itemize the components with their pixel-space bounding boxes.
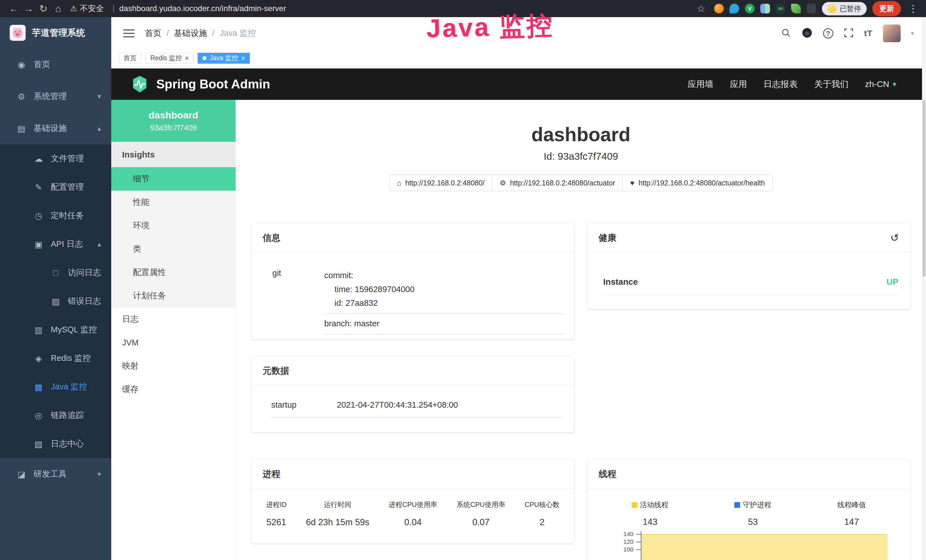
- sba-nav-journal[interactable]: 日志报表: [763, 79, 798, 90]
- sba-nav-applications[interactable]: 应用: [730, 79, 747, 90]
- instance-nav-caches[interactable]: 缓存: [111, 378, 236, 401]
- browser-back-button[interactable]: ←: [6, 0, 21, 17]
- legend-value: 143: [632, 517, 669, 527]
- extension-drop-icon[interactable]: [729, 4, 739, 14]
- tag-java-monitor[interactable]: Java 监控 ×: [198, 53, 250, 64]
- tools-icon: ◪: [15, 469, 28, 479]
- close-icon[interactable]: ×: [241, 55, 245, 62]
- instance-nav-jvm[interactable]: JVM: [111, 331, 236, 354]
- address-separator: |: [112, 3, 115, 13]
- sba-nav-about[interactable]: 关于我们: [814, 79, 849, 90]
- health-url-button[interactable]: ♥ http://192.168.0.2:48080/actuator/heal…: [623, 175, 773, 191]
- tag-redis-monitor[interactable]: Redis 监控 ×: [145, 53, 194, 64]
- process-col-pid: 进程ID 5261: [266, 500, 287, 527]
- instance-nav-metrics[interactable]: 性能: [111, 191, 236, 214]
- paused-badge[interactable]: 已暂停: [822, 2, 867, 15]
- instance-nav-details[interactable]: 细节: [111, 167, 236, 191]
- security-label[interactable]: 不安全: [80, 3, 104, 14]
- active-threads-area: [642, 534, 888, 560]
- instance-nav-config-props[interactable]: 配置属性: [111, 261, 236, 284]
- sidebar-item-infrastructure[interactable]: ▤ 基础设施 ▴: [0, 112, 111, 144]
- metadata-card-body: startup 2021-04-27T00:44:31.254+08:00: [251, 385, 574, 417]
- sidebar-item-file-management[interactable]: ☁ 文件管理: [0, 144, 111, 173]
- git-commit-label: commit:: [324, 268, 563, 282]
- sidebar-item-home[interactable]: ◉ 首页: [0, 48, 111, 80]
- sidebar-item-dev-tools[interactable]: ◪ 研发工具 ▾: [0, 458, 111, 490]
- instance-header[interactable]: dashboard 93a3fc7f7409: [111, 100, 236, 142]
- metadata-card: 元数据 startup 2021-04-27T00:44:31.254+08:0…: [251, 356, 574, 433]
- instance-nav-mappings[interactable]: 映射: [111, 354, 236, 378]
- avatar[interactable]: [883, 24, 900, 42]
- extension-v-icon[interactable]: V: [745, 4, 755, 14]
- tag-home[interactable]: 首页: [119, 53, 141, 64]
- locale-selector[interactable]: zh-CN ▾: [865, 79, 896, 89]
- sidebar-item-label: 链路追踪: [51, 410, 84, 421]
- browser-reload-button[interactable]: ↻: [36, 0, 51, 17]
- browser-forward-button[interactable]: →: [21, 0, 36, 17]
- sidebar-item-mysql-monitor[interactable]: ▥ MySQL 监控: [0, 316, 111, 344]
- sidebar-item-label: Java 监控: [51, 381, 87, 392]
- app-logo[interactable]: 芋道管理系统: [0, 17, 111, 48]
- threads-legend: 活动线程 143 守护进程 53: [599, 500, 899, 527]
- sba-brand[interactable]: Spring Boot Admin: [131, 75, 270, 93]
- browser-home-button[interactable]: ⌂: [51, 0, 66, 17]
- actuator-url-label: http://192.168.0.2:48080/actuator: [510, 179, 615, 187]
- tags-view-bar: 首页 Redis 监控 × Java 监控 ×: [111, 50, 926, 67]
- address-url[interactable]: dashboard.yudao.iocoder.cn/infra/admin-s…: [119, 4, 286, 13]
- health-instance-row: Instance UP: [603, 277, 898, 295]
- instance-id: 93a3fc7f7409: [150, 124, 197, 132]
- font-size-icon[interactable]: tT: [864, 29, 873, 38]
- sidebar-item-log-center[interactable]: ▧ 日志中心: [0, 430, 111, 458]
- sba-nav-wallboard[interactable]: 应用墙: [688, 79, 713, 90]
- process-col-process-cpu: 进程CPU使用率 0.04: [389, 500, 437, 527]
- git-commit-id: id: 27aa832: [324, 296, 563, 310]
- infrastructure-icon: ▤: [15, 124, 28, 133]
- avatar-caret-icon[interactable]: ▾: [911, 30, 914, 37]
- sidebar-item-system-management[interactable]: ⚙ 系统管理 ▾: [0, 80, 111, 112]
- sidebar-item-access-logs[interactable]: □ 访问日志: [0, 259, 111, 287]
- legend-value: 53: [734, 517, 771, 527]
- process-card-header: 进程: [251, 460, 574, 489]
- address-bar[interactable]: ⚠ 不安全 | dashboard.yudao.iocoder.cn/infra…: [70, 3, 286, 14]
- sidebar-toggle-button[interactable]: [123, 29, 135, 37]
- breadcrumb-home[interactable]: 首页: [145, 28, 162, 39]
- extension-on-badge-icon[interactable]: on: [776, 4, 785, 14]
- actuator-url-button[interactable]: ⚙ http://192.168.0.2:48080/actuator: [492, 175, 623, 191]
- bookmark-star-icon[interactable]: ☆: [694, 0, 708, 17]
- sidebar-item-redis-monitor[interactable]: ◈ Redis 监控: [0, 344, 111, 372]
- fullscreen-icon[interactable]: [844, 28, 854, 39]
- instance-nav-classes[interactable]: 类: [111, 238, 236, 261]
- help-icon[interactable]: ?: [823, 28, 833, 38]
- history-icon[interactable]: ↺: [890, 232, 899, 244]
- sidebar-item-label: 定时任务: [51, 210, 84, 221]
- browser-menu-button[interactable]: ⋮: [906, 3, 920, 14]
- sidebar-item-config-management[interactable]: ✎ 配置管理: [0, 173, 111, 201]
- extension-leaf-icon[interactable]: [791, 4, 801, 14]
- update-button[interactable]: 更新: [872, 1, 901, 16]
- github-icon[interactable]: [801, 27, 813, 40]
- instance-sidebar: dashboard 93a3fc7f7409 Insights 细节 性能 环境…: [111, 100, 236, 560]
- extensions-puzzle-icon[interactable]: [806, 4, 816, 14]
- instance-nav-scheduled-tasks[interactable]: 计划任务: [111, 284, 236, 307]
- instance-name: dashboard: [148, 109, 198, 121]
- instance-nav-logs[interactable]: 日志: [111, 307, 236, 331]
- search-icon[interactable]: [781, 28, 791, 39]
- navbar-actions: ? tT ▾: [781, 24, 914, 42]
- sidebar-item-trace[interactable]: ◎ 链路追踪: [0, 401, 111, 430]
- health-card-body: Instance UP: [587, 253, 910, 295]
- extension-fox-icon[interactable]: [714, 4, 724, 14]
- breadcrumb-infrastructure[interactable]: 基础设施: [162, 28, 207, 39]
- scrollbar-thumb[interactable]: [923, 100, 925, 277]
- sidebar-item-scheduled-tasks[interactable]: ◷ 定时任务: [0, 201, 111, 230]
- sidebar-item-java-monitor[interactable]: ▦ Java 监控: [0, 372, 111, 401]
- extension-grid-icon[interactable]: [760, 4, 770, 14]
- sba-header: Spring Boot Admin 应用墙 应用 日志报表 关于我们 zh-CN…: [111, 68, 926, 100]
- close-icon[interactable]: ×: [185, 55, 189, 62]
- process-col-value: 0.07: [457, 517, 505, 527]
- page-title: dashboard: [236, 123, 926, 145]
- instance-nav-environment[interactable]: 环境: [111, 214, 236, 238]
- sidebar-item-error-logs[interactable]: ▨ 错误日志: [0, 287, 111, 316]
- service-url-button[interactable]: ⌂ http://192.168.0.2:48080/: [389, 175, 492, 191]
- git-commit-block: commit: time: 1596289704000 id: 27aa832: [324, 268, 563, 314]
- sidebar-item-api-logs[interactable]: ▣ API 日志 ▴: [0, 230, 111, 259]
